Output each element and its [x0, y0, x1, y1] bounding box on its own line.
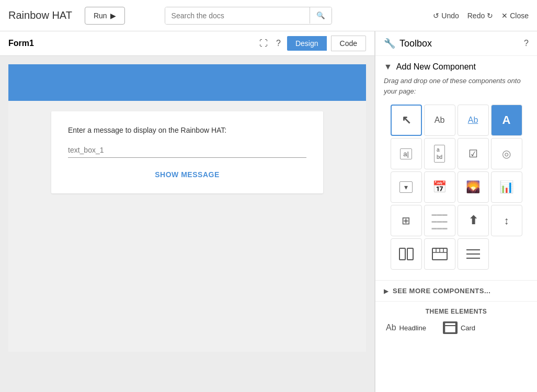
canvas-blue-bar — [8, 64, 366, 101]
add-new-section: ▼ Add New Component Drag and drop one of… — [375, 56, 537, 276]
component-textbox[interactable]: a| — [391, 138, 422, 169]
undo-label: Undo — [441, 11, 459, 20]
canvas-textbox[interactable] — [68, 143, 306, 158]
columns-icon — [398, 246, 414, 262]
component-multiline[interactable]: a bd — [424, 138, 455, 169]
dropdown-icon: ▾ — [399, 181, 413, 193]
component-label-link[interactable]: Ab — [458, 105, 489, 136]
toolbox-title: Toolbox — [399, 38, 520, 49]
app-title: Rainbow HAT — [8, 9, 72, 21]
toolbox-header: 🔧 Toolbox ? — [375, 31, 537, 56]
component-datagrid[interactable]: ⊞ — [391, 205, 422, 236]
header-actions: ↺ Undo Redo ↻ ✕ Close — [433, 11, 529, 20]
component-image[interactable]: 🌄 — [458, 171, 489, 203]
add-new-title: ▼ Add New Component — [384, 62, 529, 72]
radio-icon: ◎ — [502, 147, 511, 160]
upload-icon: ⬆ — [469, 214, 478, 227]
theme-card-icon — [443, 321, 458, 334]
redo-icon: ↻ — [487, 11, 493, 20]
component-cursor[interactable]: ↖ — [391, 105, 422, 136]
nav-icon — [432, 248, 448, 260]
tab-design[interactable]: Design — [287, 36, 327, 51]
label-link-icon: Ab — [468, 116, 478, 125]
theme-card-item[interactable]: Card — [443, 321, 475, 334]
form-canvas[interactable]: Enter a message to display on the Rainbo… — [8, 64, 366, 352]
theme-elements-row: Ab Headline Card — [384, 321, 529, 334]
main-layout: Form1 ⛶ ? Design Code Enter a message to… — [0, 31, 537, 392]
component-upload[interactable]: ⬆ — [458, 205, 489, 236]
svg-rect-10 — [444, 322, 456, 333]
form-help-button[interactable]: ? — [274, 37, 283, 50]
search-input[interactable] — [165, 7, 310, 24]
expand-button[interactable]: ⛶ — [257, 37, 270, 50]
form-title: Form1 — [8, 39, 253, 48]
search-button[interactable]: 🔍 — [310, 7, 332, 24]
spacer-icon: ↕ — [504, 215, 509, 227]
theme-elements-section: THEME ELEMENTS Ab Headline Card — [375, 301, 537, 340]
image-icon: 🌄 — [466, 180, 480, 194]
component-label[interactable]: Ab — [424, 105, 455, 136]
component-checkbox[interactable]: ☑ — [458, 138, 489, 169]
see-more-label: SEE MORE COMPONENTS... — [393, 287, 490, 295]
run-label: Run — [94, 11, 107, 20]
redo-button[interactable]: Redo ↻ — [467, 11, 493, 20]
theme-headline-item[interactable]: Ab Headline — [386, 323, 426, 332]
datepicker-icon: 📅 — [432, 180, 447, 194]
theme-headline-label: Headline — [399, 324, 426, 332]
see-more-arrow-icon: ▶ — [384, 287, 389, 295]
search-bar: 🔍 — [165, 7, 332, 25]
checkbox-icon: ☑ — [469, 147, 478, 160]
component-list[interactable] — [458, 238, 489, 270]
textbox-icon: a| — [400, 148, 412, 159]
canvas-message-label: Enter a message to display on the Rainbo… — [68, 126, 306, 134]
theme-elements-title: THEME ELEMENTS — [384, 308, 529, 315]
component-chart[interactable]: 📊 — [491, 171, 522, 203]
close-button[interactable]: ✕ Close — [501, 11, 529, 20]
header: Rainbow HAT Run ▶ 🔍 ↺ Undo Redo ↻ ✕ Clos… — [0, 0, 537, 31]
collapse-icon: ▼ — [384, 62, 392, 72]
close-label: Close — [510, 11, 529, 20]
cursor-icon: ↖ — [402, 113, 411, 127]
undo-button[interactable]: ↺ Undo — [433, 11, 459, 20]
list-icon — [465, 247, 481, 261]
canvas-content: Enter a message to display on the Rainbo… — [51, 111, 323, 193]
html-icon: ▬▬▬ ▬▬▬ ▬▬▬ — [432, 211, 448, 231]
label-icon: Ab — [435, 116, 445, 125]
datagrid-icon: ⊞ — [402, 214, 410, 227]
wrench-icon: 🔧 — [384, 38, 395, 49]
canvas-area: Enter a message to display on the Rainbo… — [0, 56, 374, 392]
run-icon: ▶ — [110, 11, 116, 20]
svg-rect-0 — [399, 248, 405, 260]
component-html[interactable]: ▬▬▬ ▬▬▬ ▬▬▬ — [424, 205, 455, 236]
component-grid: ↖ Ab Ab A a| a bd ☑ — [384, 105, 529, 270]
redo-label: Redo — [467, 11, 485, 20]
canvas-show-message-button[interactable]: SHOW MESSAGE — [155, 170, 219, 179]
run-button[interactable]: Run ▶ — [85, 7, 125, 25]
component-label-button[interactable]: A — [491, 105, 522, 136]
close-icon: ✕ — [501, 11, 508, 20]
component-spacer[interactable]: ↕ — [491, 205, 522, 236]
undo-icon: ↺ — [433, 11, 439, 20]
svg-rect-1 — [407, 248, 413, 260]
theme-card-label: Card — [461, 324, 475, 332]
form-header: Form1 ⛶ ? Design Code — [0, 31, 374, 56]
multiline-icon: a bd — [434, 145, 445, 163]
component-radio[interactable]: ◎ — [491, 138, 522, 169]
right-panel: 🔧 Toolbox ? ▼ Add New Component Drag and… — [375, 31, 537, 392]
toolbox-help-button[interactable]: ? — [524, 39, 529, 48]
left-panel: Form1 ⛶ ? Design Code Enter a message to… — [0, 31, 375, 392]
chart-icon: 📊 — [499, 180, 513, 194]
theme-headline-icon: Ab — [386, 323, 396, 332]
tab-code[interactable]: Code — [331, 36, 366, 51]
label-button-icon: A — [502, 113, 511, 127]
search-icon: 🔍 — [316, 11, 325, 19]
component-dropdown[interactable]: ▾ — [391, 171, 422, 203]
see-more-section[interactable]: ▶ SEE MORE COMPONENTS... — [375, 280, 537, 301]
component-columns[interactable] — [391, 238, 422, 270]
component-datepicker[interactable]: 📅 — [424, 171, 455, 203]
add-new-description: Drag and drop one of these components on… — [384, 76, 529, 96]
component-nav[interactable] — [424, 238, 455, 270]
add-new-label: Add New Component — [396, 62, 476, 72]
